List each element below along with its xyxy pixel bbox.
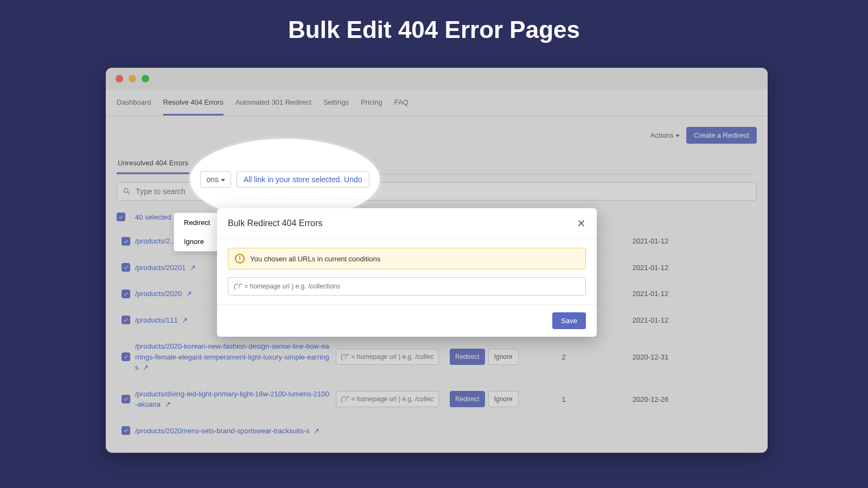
check-icon [118,214,124,220]
select-all-checkbox[interactable] [117,213,125,221]
window-titlebar [106,68,768,89]
external-link-icon[interactable]: ↗ [186,288,192,299]
external-link-icon[interactable]: ↗ [143,362,149,373]
external-link-icon[interactable]: ↗ [190,262,196,273]
nav-automated-301[interactable]: Automated 301 Redirect [235,98,311,115]
window-zoom-button[interactable] [142,75,149,82]
row-ignore-button[interactable]: Ignore [488,391,519,407]
row-checkbox[interactable] [122,395,130,403]
close-icon[interactable]: ✕ [577,217,586,230]
row-redirect-button[interactable]: Redirect [450,391,485,407]
row-redirect-button[interactable]: Redirect [450,349,485,365]
nav-settings[interactable]: Settings [323,98,349,115]
top-nav: Dashboard Resolve 404 Errors Automated 3… [106,89,768,116]
check-icon [123,265,129,270]
save-button[interactable]: Save [552,312,586,329]
alert-icon: ! [235,254,245,264]
row-ignore-button[interactable]: Ignore [488,349,519,365]
external-link-icon[interactable]: ↗ [182,315,188,326]
row-redirect-input[interactable] [336,391,439,407]
row-redirect-input[interactable] [336,349,439,365]
search-icon [123,187,131,196]
actions-label: Actions [650,131,674,139]
row-date: 2020-12-31 [602,353,699,361]
chevron-down-icon [221,179,225,182]
actions-dropdown[interactable]: Actions [650,131,680,139]
nav-pricing[interactable]: Pricing [361,98,382,115]
row-url[interactable]: /products/diving-led-light-primary-light… [135,389,336,410]
warning-banner: ! You chosen all URLs in current conditi… [228,248,586,269]
check-icon [123,317,129,323]
external-link-icon[interactable]: ↗ [165,399,171,410]
chevron-down-icon [675,134,680,137]
table-row: /products/diving-led-light-primary-light… [117,381,757,418]
table-row: /products/2020mens-sets-brand-sportswear… [117,418,757,445]
nav-faq[interactable]: FAQ [394,98,409,115]
menu-redirect[interactable]: Redirect [174,213,220,232]
nav-resolve-404[interactable]: Resolve 404 Errors [163,98,224,115]
page-title: Bulk Edit 404 Error Pages [0,0,868,54]
tab-unresolved[interactable]: Unresolved 404 Errors [117,153,189,174]
check-icon [123,396,129,402]
check-icon [123,428,129,433]
row-date: 2021-01-12 [602,264,699,272]
row-hits: 2 [526,353,602,361]
check-icon [123,291,129,297]
external-link-icon[interactable]: ↗ [314,426,320,436]
row-url[interactable]: /products/2020-korean-new-fashion-design… [135,341,336,373]
nav-dashboard[interactable]: Dashboard [117,98,151,115]
row-checkbox[interactable] [122,352,130,361]
row-url[interactable]: /products/2020mens-sets-brand-sportswear… [135,426,336,436]
check-icon [123,354,129,359]
row-checkbox[interactable] [122,263,130,272]
row-date: 2021-01-12 [602,237,699,245]
menu-ignore[interactable]: Ignore [174,232,220,251]
window-minimize-button[interactable] [129,75,136,82]
row-date: 2020-12-26 [602,395,699,403]
modal-title: Bulk Redirect 404 Errors [228,219,322,228]
selected-count: 40 selected [135,213,171,221]
banner-text: You chosen all URLs in current condition… [250,255,380,263]
row-checkbox[interactable] [122,426,130,435]
row-hits: 1 [526,395,602,403]
more-actions-menu: Redirect Ignore [174,213,220,252]
row-date: 2021-01-12 [602,290,699,298]
spot-selection-message: All link in your store selected. Undo [237,171,369,188]
window-close-button[interactable] [116,75,123,82]
spot-dropdown-fragment: ons [200,171,231,188]
row-date: 2021-01-12 [602,316,699,324]
row-checkbox[interactable] [122,290,130,298]
bulk-redirect-modal: Bulk Redirect 404 Errors ✕ ! You chosen … [217,208,597,337]
check-icon [123,239,129,244]
table-row: /products/2020-korean-new-fashion-design… [117,333,757,381]
create-redirect-button[interactable]: Create a Redirect [686,127,757,144]
row-checkbox[interactable] [122,316,130,324]
row-checkbox[interactable] [122,237,130,246]
redirect-target-input[interactable] [228,277,586,296]
